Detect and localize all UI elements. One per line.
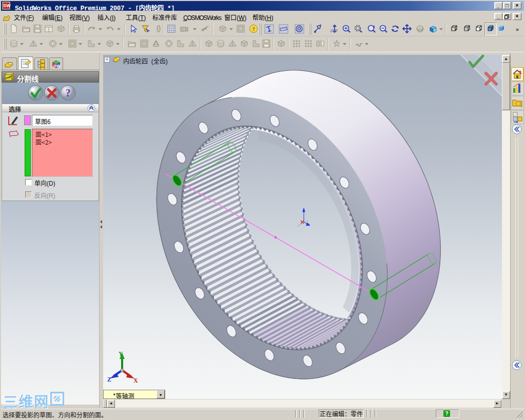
svg-text:Z: Z [107,376,111,383]
svg-text:X: X [133,377,138,384]
svg-text:Y: Y [119,350,123,357]
